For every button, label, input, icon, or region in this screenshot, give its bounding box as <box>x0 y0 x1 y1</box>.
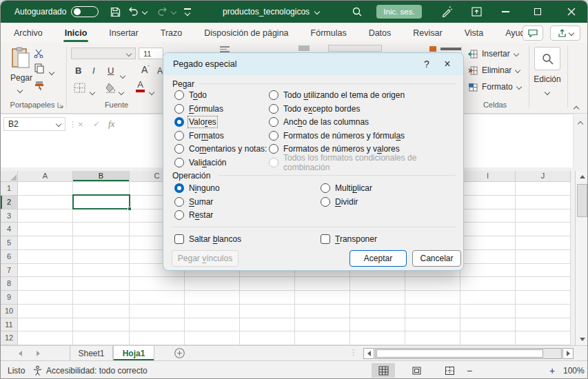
font-color-dropdown-icon[interactable] <box>150 87 154 96</box>
accessibility-status[interactable]: Accesibilidad: todo correcto <box>46 361 148 379</box>
grid-cell-H8[interactable] <box>405 277 460 291</box>
row-header-10[interactable]: 10 <box>1 305 18 318</box>
grid-cell-I11[interactable] <box>460 318 516 332</box>
undo-dropdown-icon[interactable] <box>141 1 148 23</box>
grid-cell-F12[interactable] <box>295 331 350 345</box>
editing-button[interactable] <box>534 47 560 70</box>
grid-cell-F8[interactable] <box>295 277 350 291</box>
grow-font-button[interactable]: Aˆ <box>141 64 150 75</box>
close-button[interactable] <box>560 1 583 23</box>
row-header-7[interactable]: 7 <box>1 264 18 278</box>
checkbox-saltar-blancos[interactable]: Saltar blancos <box>174 234 241 245</box>
radio-icon[interactable] <box>321 197 330 207</box>
radio-option-sumar[interactable]: Sumar <box>174 196 213 207</box>
dialog-help-button[interactable]: ? <box>416 53 437 75</box>
radio-option-todo[interactable]: Todo <box>174 90 207 101</box>
grid-cell-B1[interactable] <box>73 182 130 196</box>
row-header-12[interactable]: 12 <box>1 331 18 345</box>
radio-icon[interactable] <box>174 90 184 100</box>
cancel-button[interactable]: Cancelar <box>412 250 461 267</box>
radio-option-dividir[interactable]: Dividir <box>321 196 358 207</box>
grid-cell-A1[interactable] <box>18 182 73 196</box>
column-header-J[interactable]: J <box>516 171 571 182</box>
document-title[interactable]: productos_tecnologicos <box>223 1 319 23</box>
grid-cell-J11[interactable] <box>516 318 571 332</box>
grid-cell-E10[interactable] <box>240 305 295 318</box>
comments-button[interactable] <box>523 25 543 41</box>
select-all-corner[interactable] <box>1 171 18 182</box>
tab-vista[interactable]: Vista <box>463 23 485 43</box>
insert-cells-button[interactable]: Insertar <box>468 49 518 59</box>
grid-cell-I6[interactable] <box>460 250 516 264</box>
sheet-tab-hoja1[interactable]: Hoja1 <box>113 346 154 360</box>
radio-icon-selected[interactable] <box>174 183 184 193</box>
row-header-9[interactable]: 9 <box>1 291 18 305</box>
page-break-view-button[interactable] <box>438 363 461 378</box>
tab-formulas[interactable]: Fórmulas <box>310 23 348 43</box>
column-header-B[interactable]: B <box>73 171 130 182</box>
font-size-select[interactable]: 11 <box>139 48 163 59</box>
fill-color-button[interactable] <box>105 83 116 93</box>
grid-cell-I5[interactable] <box>460 236 516 250</box>
scroll-left-button[interactable] <box>363 348 374 359</box>
grid-cell-H11[interactable] <box>405 318 460 332</box>
grid-cell-B7[interactable] <box>73 264 130 278</box>
grid-cell-B3[interactable] <box>73 209 130 223</box>
grid-cell-I2[interactable] <box>460 196 516 209</box>
grid-cell-J2[interactable] <box>516 196 571 209</box>
vertical-scrollbar[interactable] <box>575 171 588 345</box>
grid-cell-J3[interactable] <box>516 209 571 223</box>
grid-cell-B12[interactable] <box>73 331 130 345</box>
grid-cell-C8[interactable] <box>130 277 185 291</box>
grid-cell-B4[interactable] <box>73 223 130 236</box>
radio-icon[interactable] <box>269 90 278 100</box>
column-header-A[interactable]: A <box>18 171 73 182</box>
horizontal-scrollbar[interactable] <box>375 348 562 359</box>
paste-dropdown-icon[interactable] <box>18 85 22 94</box>
tab-trazo[interactable]: Trazo <box>159 23 184 43</box>
radio-icon[interactable] <box>174 158 184 167</box>
page-layout-view-button[interactable] <box>405 363 428 378</box>
collapse-formula-bar-icon[interactable] <box>578 121 583 127</box>
radio-option-ancho-columnas[interactable]: Ancho de las columnas <box>269 116 369 127</box>
grid-cell-J6[interactable] <box>516 250 571 264</box>
grid-cell-I8[interactable] <box>460 277 516 291</box>
scroll-up-button[interactable] <box>576 171 588 183</box>
grid-cell-B6[interactable] <box>73 250 130 264</box>
grid-cell-H9[interactable] <box>405 291 460 305</box>
cut-icon[interactable] <box>34 49 43 58</box>
shrink-font-button[interactable]: A <box>157 66 163 76</box>
row-header-4[interactable]: 4 <box>1 223 18 236</box>
radio-option-valores[interactable]: Valores <box>174 116 216 127</box>
grid-cell-A9[interactable] <box>18 291 73 305</box>
copy-dropdown-icon[interactable] <box>50 67 54 76</box>
format-painter-icon[interactable] <box>34 81 45 90</box>
editing-dropdown-icon[interactable] <box>545 87 549 96</box>
grid-cell-J5[interactable] <box>516 236 571 250</box>
ink-pen-icon[interactable] <box>440 1 454 23</box>
row-header-6[interactable]: 6 <box>1 250 18 264</box>
grid-cell-B10[interactable] <box>73 305 130 318</box>
tab-disposicion[interactable]: Disposición de página <box>203 23 290 43</box>
sheet-tab-sheet1[interactable]: Sheet1 <box>70 346 113 360</box>
row-header-2[interactable]: 2 <box>1 196 18 209</box>
grid-cell-J7[interactable] <box>516 264 571 278</box>
grid-cell-H10[interactable] <box>405 305 460 318</box>
font-color-button[interactable]: A <box>136 80 145 92</box>
grid-cell-D10[interactable] <box>185 305 240 318</box>
grid-cell-I10[interactable] <box>460 305 516 318</box>
maximize-button[interactable] <box>526 1 549 23</box>
grid-cell-G12[interactable] <box>350 331 405 345</box>
grid-cell-G9[interactable] <box>350 291 405 305</box>
formula-bar-drag-dots[interactable]: ⋮ <box>69 117 77 131</box>
scroll-right-button[interactable] <box>562 348 574 359</box>
radio-option-comentarios[interactable]: Comentarios y notas: <box>174 143 267 154</box>
radio-option-formulas[interactable]: Fórmulas <box>174 103 223 114</box>
share-button[interactable] <box>550 25 580 41</box>
radio-icon-selected[interactable] <box>174 117 184 127</box>
grid-cell-A7[interactable] <box>18 264 73 278</box>
zoom-out-button[interactable]: − <box>467 361 472 379</box>
underline-button[interactable]: U <box>108 65 114 76</box>
search-icon[interactable] <box>352 1 363 23</box>
save-icon[interactable] <box>109 1 121 23</box>
